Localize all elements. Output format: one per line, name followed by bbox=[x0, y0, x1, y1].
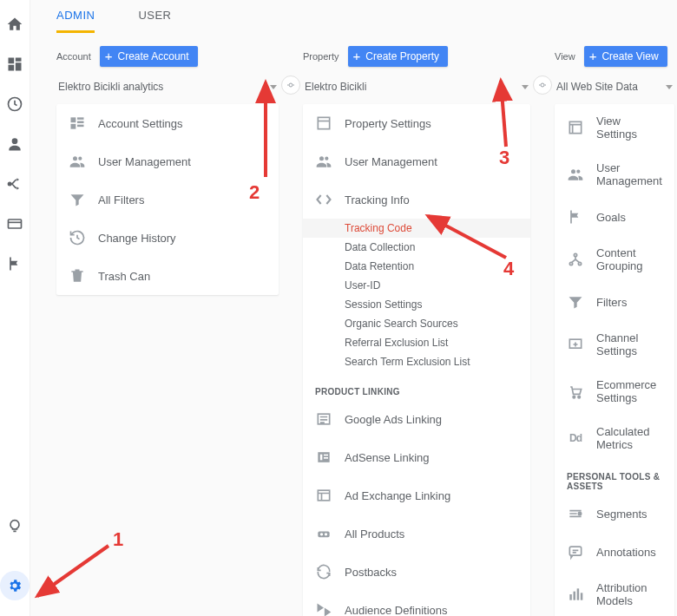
svg-point-32 bbox=[573, 396, 575, 398]
search-term-exclusion-link[interactable]: Search Term Exclusion List bbox=[303, 352, 530, 371]
main-content: ADMIN USER Account + Create Account Elek… bbox=[30, 0, 677, 616]
trash-can-link[interactable]: Trash Can bbox=[56, 257, 279, 295]
ecommerce-settings-link[interactable]: Ecommerce Settings bbox=[555, 368, 674, 415]
svg-rect-8 bbox=[77, 125, 84, 128]
attribution-icon bbox=[567, 586, 584, 603]
tracking-info-sublist: Tracking Code Data Collection Data Reten… bbox=[303, 219, 530, 377]
flag-icon[interactable] bbox=[6, 255, 23, 272]
svg-rect-21 bbox=[318, 532, 329, 538]
view-column-label: View bbox=[555, 51, 575, 62]
tracking-code-link[interactable]: Tracking Code bbox=[303, 219, 530, 238]
view-settings-link[interactable]: View Settings bbox=[555, 104, 674, 151]
attribution-models-link[interactable]: Attribution Models bbox=[555, 571, 674, 616]
all-products-link[interactable]: All Products bbox=[303, 514, 530, 553]
svg-point-1 bbox=[12, 138, 18, 144]
google-ads-linking-link[interactable]: Google Ads Linking bbox=[303, 400, 530, 438]
session-settings-link[interactable]: Session Settings bbox=[303, 295, 530, 314]
move-view-left-button[interactable] bbox=[533, 75, 552, 95]
create-property-button[interactable]: + Create Property bbox=[348, 46, 448, 67]
svg-rect-35 bbox=[569, 547, 581, 555]
postbacks-link[interactable]: Postbacks bbox=[303, 553, 530, 591]
svg-rect-7 bbox=[77, 121, 84, 124]
history-icon bbox=[69, 229, 86, 246]
plus-icon: + bbox=[353, 54, 361, 59]
annotations-link[interactable]: Annotations bbox=[555, 533, 674, 571]
ad-exchange-linking-link[interactable]: Ad Exchange Linking bbox=[303, 476, 530, 514]
data-retention-link[interactable]: Data Retention bbox=[303, 257, 530, 276]
user-id-link[interactable]: User-ID bbox=[303, 276, 530, 295]
svg-rect-25 bbox=[569, 121, 581, 133]
svg-point-29 bbox=[569, 262, 572, 265]
move-property-left-button[interactable] bbox=[281, 75, 300, 95]
view-user-management-link[interactable]: User Management bbox=[555, 151, 674, 198]
account-settings-icon bbox=[69, 115, 86, 132]
account-column-label: Account bbox=[56, 51, 91, 62]
create-view-button[interactable]: + Create View bbox=[584, 46, 667, 67]
change-history-link[interactable]: Change History bbox=[56, 219, 279, 257]
data-collection-link[interactable]: Data Collection bbox=[303, 238, 530, 257]
audience-definitions-link[interactable]: Audience Definitions bbox=[303, 591, 530, 616]
discover-icon[interactable] bbox=[6, 515, 23, 533]
left-nav-rail bbox=[0, 0, 30, 616]
create-account-button[interactable]: + Create Account bbox=[100, 46, 198, 67]
property-settings-link[interactable]: Property Settings bbox=[303, 104, 530, 142]
dashboard-icon[interactable] bbox=[6, 56, 23, 73]
goals-link[interactable]: Goals bbox=[555, 198, 674, 236]
plus-icon: + bbox=[105, 54, 113, 59]
tracking-info-link[interactable]: Tracking Info bbox=[303, 180, 530, 219]
adsense-linking-link[interactable]: AdSense Linking bbox=[303, 438, 530, 476]
tab-admin[interactable]: ADMIN bbox=[56, 9, 95, 33]
account-selector[interactable]: Elektro Bicikli analytics bbox=[56, 75, 279, 101]
calc-metrics-icon: Dd bbox=[567, 429, 584, 447]
account-menu-card: Account Settings User Management All Fil… bbox=[56, 104, 279, 295]
segments-link[interactable]: Segments bbox=[555, 495, 674, 533]
svg-rect-20 bbox=[318, 490, 329, 501]
caret-down-icon bbox=[270, 85, 277, 89]
goals-icon bbox=[567, 208, 584, 226]
svg-point-22 bbox=[320, 533, 323, 535]
tab-user[interactable]: USER bbox=[138, 9, 171, 33]
product-linking-title: PRODUCT LINKING bbox=[303, 377, 530, 400]
svg-point-10 bbox=[78, 157, 82, 161]
view-filters-link[interactable]: Filters bbox=[555, 283, 674, 321]
admin-gear-icon[interactable] bbox=[0, 571, 30, 600]
account-user-management-link[interactable]: User Management bbox=[56, 142, 279, 180]
property-selector[interactable]: Elektro Bicikli bbox=[303, 75, 530, 101]
channel-settings-link[interactable]: Channel Settings bbox=[555, 321, 674, 368]
svg-point-11 bbox=[289, 83, 292, 87]
property-user-management-link[interactable]: User Management bbox=[303, 142, 530, 180]
account-filters-link[interactable]: All Filters bbox=[56, 180, 279, 219]
tracking-info-icon bbox=[315, 191, 332, 208]
content-grouping-link[interactable]: Content Grouping bbox=[555, 236, 674, 283]
calculated-metrics-link[interactable]: Dd Calculated Metrics bbox=[555, 415, 674, 462]
view-selector[interactable]: All Web Site Data bbox=[555, 75, 674, 101]
account-settings-link[interactable]: Account Settings bbox=[56, 104, 279, 142]
card-icon[interactable] bbox=[6, 215, 23, 233]
referral-exclusion-link[interactable]: Referral Exclusion List bbox=[303, 333, 530, 352]
view-menu-card: View Settings User Management Goals Cont… bbox=[555, 104, 674, 616]
svg-point-34 bbox=[578, 512, 581, 514]
user-management-icon bbox=[567, 166, 584, 183]
svg-rect-39 bbox=[581, 593, 583, 600]
admin-tabs: ADMIN USER bbox=[30, 0, 677, 34]
user-management-icon bbox=[69, 153, 86, 170]
organic-search-sources-link[interactable]: Organic Search Sources bbox=[303, 314, 530, 333]
property-column-label: Property bbox=[303, 51, 339, 62]
svg-rect-36 bbox=[569, 594, 572, 600]
personal-tools-title: PERSONAL TOOLS & ASSETS bbox=[555, 462, 674, 495]
svg-point-33 bbox=[578, 396, 581, 398]
clock-icon[interactable] bbox=[6, 95, 23, 113]
ad-exchange-icon bbox=[315, 487, 332, 504]
filters-icon bbox=[69, 191, 86, 208]
content-grouping-icon bbox=[567, 251, 584, 268]
view-column: View + Create View All Web Site Data Vie… bbox=[542, 46, 677, 616]
svg-rect-18 bbox=[324, 455, 328, 456]
svg-point-9 bbox=[73, 156, 77, 161]
svg-point-24 bbox=[541, 83, 544, 87]
svg-point-13 bbox=[319, 156, 324, 161]
person-icon[interactable] bbox=[6, 135, 23, 153]
home-icon[interactable] bbox=[6, 16, 23, 33]
svg-point-28 bbox=[574, 253, 576, 256]
conversions-icon[interactable] bbox=[6, 175, 23, 193]
svg-rect-3 bbox=[9, 220, 22, 228]
